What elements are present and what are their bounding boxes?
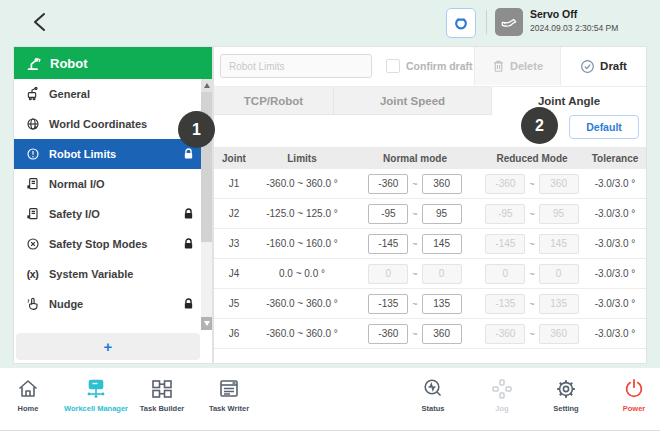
task-writer-icon <box>179 374 279 401</box>
normal-min-input[interactable] <box>368 174 408 194</box>
tab-joint-speed[interactable]: Joint Speed <box>334 87 492 115</box>
sidebar-list: General World Coordinates <box>14 79 201 330</box>
globe-icon <box>24 116 41 133</box>
table-row-j3: J3 -160.0 ~ 160.0 ° ~ ~ -3.0/3.0 ° <box>214 229 646 259</box>
sidebar-item-label: Robot Limits <box>49 148 116 160</box>
confirm-draft-checkbox[interactable]: Confirm draft <box>386 59 473 73</box>
range-separator: ~ <box>412 239 417 249</box>
io-module-icon <box>24 176 41 193</box>
sidebar-item-normal-io[interactable]: Normal I/O <box>14 169 201 199</box>
lock-icon <box>183 208 194 220</box>
general-icon <box>24 86 41 103</box>
normal-mode-cell: ~ <box>350 174 480 194</box>
normal-max-input[interactable] <box>422 204 462 224</box>
default-button[interactable]: Default <box>569 115 639 139</box>
limits-cell: 0.0 ~ 0.0 ° <box>254 268 350 279</box>
annotation-badge-1: 1 <box>178 111 215 148</box>
top-bar: Servo Off 2024.09.03 2:30:54 PM <box>0 0 660 44</box>
scroll-down-button[interactable] <box>201 317 212 330</box>
main-panel: Confirm draft Delete Draft TCP/Robot Joi… <box>213 46 647 364</box>
sidebar-item-general[interactable]: General <box>14 79 201 109</box>
normal-mode-cell: ~ <box>350 294 480 314</box>
triangle-up-icon <box>204 83 210 88</box>
tolerance-cell: -3.0/3.0 ° <box>584 328 646 339</box>
range-separator: ~ <box>529 239 534 249</box>
normal-mode-cell: ~ <box>350 204 480 224</box>
servo-toggle-button[interactable] <box>446 8 476 38</box>
range-separator: ~ <box>529 329 534 339</box>
reduced-max-input <box>539 264 579 284</box>
io-module-icon <box>24 206 41 223</box>
normal-max-input[interactable] <box>422 234 462 254</box>
normal-mode-cell: ~ <box>350 264 480 284</box>
column-header-limits: Limits <box>254 153 350 164</box>
tab-joint-angle[interactable]: Joint Angle <box>492 87 646 115</box>
nav-power[interactable]: Power <box>584 374 660 413</box>
column-header-joint: Joint <box>214 153 254 164</box>
sidebar-item-nudge[interactable]: Nudge <box>14 289 201 319</box>
toolbar: Confirm draft Delete Draft <box>214 47 646 87</box>
table-row-j2: J2 -125.0 ~ 125.0 ° ~ ~ -3.0/3.0 ° <box>214 199 646 229</box>
stop-circle-icon <box>24 236 41 253</box>
scroll-up-button[interactable] <box>201 79 212 92</box>
tolerance-cell: -3.0/3.0 ° <box>584 268 646 279</box>
normal-max-input[interactable] <box>422 324 462 344</box>
sidebar-title: Robot <box>50 56 88 71</box>
normal-min-input[interactable] <box>368 294 408 314</box>
normal-max-input[interactable] <box>422 294 462 314</box>
sidebar: Robot General World Coor <box>13 46 213 364</box>
robot-arm-icon <box>25 55 42 72</box>
normal-max-input <box>422 264 462 284</box>
delete-label: Delete <box>510 60 543 72</box>
topbar-divider <box>486 10 487 34</box>
sidebar-header: Robot <box>14 47 212 79</box>
robot-state-button[interactable] <box>495 8 523 36</box>
reduced-max-input <box>539 294 579 314</box>
tab-tcp-robot[interactable]: TCP/Robot <box>214 87 334 115</box>
lock-icon <box>183 148 194 160</box>
annotation-badge-2: 2 <box>521 107 558 144</box>
limits-cell: -360.0 ~ 360.0 ° <box>254 298 350 309</box>
back-button[interactable] <box>30 11 52 33</box>
reduced-mode-cell: ~ <box>480 324 584 344</box>
reduced-max-input <box>539 324 579 344</box>
range-separator: ~ <box>412 179 417 189</box>
range-separator: ~ <box>529 269 534 279</box>
limits-cell: -160.0 ~ 160.0 ° <box>254 238 350 249</box>
checkbox-icon <box>386 59 400 73</box>
check-circle-icon <box>580 59 595 74</box>
range-separator: ~ <box>412 209 417 219</box>
reduced-min-input <box>485 324 525 344</box>
joint-angle-table: Joint Limits Normal mode Reduced Mode To… <box>214 147 646 349</box>
joint-cell: J4 <box>214 268 254 279</box>
normal-min-input[interactable] <box>368 204 408 224</box>
table-row-j6: J6 -360.0 ~ 360.0 ° ~ ~ -3.0/3.0 ° <box>214 319 646 349</box>
draft-button[interactable]: Draft <box>560 47 646 85</box>
reduced-min-input <box>485 234 525 254</box>
normal-min-input[interactable] <box>368 234 408 254</box>
add-workcell-item-button[interactable]: + <box>16 333 200 360</box>
normal-min-input[interactable] <box>368 324 408 344</box>
normal-max-input[interactable] <box>422 174 462 194</box>
nudge-hand-icon <box>24 296 41 313</box>
triangle-down-icon <box>204 321 210 326</box>
reduced-min-input <box>485 174 525 194</box>
sidebar-item-safety-io[interactable]: Safety I/O <box>14 199 201 229</box>
delete-button[interactable]: Delete <box>474 47 560 85</box>
table-row-j4: J4 0.0 ~ 0.0 ° ~ ~ -3.0/3.0 ° <box>214 259 646 289</box>
item-name-input[interactable] <box>220 54 372 78</box>
sidebar-item-system-variable[interactable]: (x) System Variable <box>14 259 201 289</box>
servo-icon <box>452 14 470 32</box>
sidebar-item-world-coordinates[interactable]: World Coordinates <box>14 109 201 139</box>
reduced-max-input <box>539 174 579 194</box>
range-separator: ~ <box>529 299 534 309</box>
range-separator: ~ <box>529 209 534 219</box>
reduced-mode-cell: ~ <box>480 294 584 314</box>
sidebar-item-safety-stop-modes[interactable]: Safety Stop Modes <box>14 229 201 259</box>
sidebar-item-robot-limits[interactable]: Robot Limits <box>14 139 201 169</box>
table-row-j5: J5 -360.0 ~ 360.0 ° ~ ~ -3.0/3.0 ° <box>214 289 646 319</box>
reduced-min-input <box>485 264 525 284</box>
nav-task-writer[interactable]: Task Writer <box>179 374 279 413</box>
tolerance-cell: -3.0/3.0 ° <box>584 178 646 189</box>
sidebar-item-label: Normal I/O <box>49 178 105 190</box>
